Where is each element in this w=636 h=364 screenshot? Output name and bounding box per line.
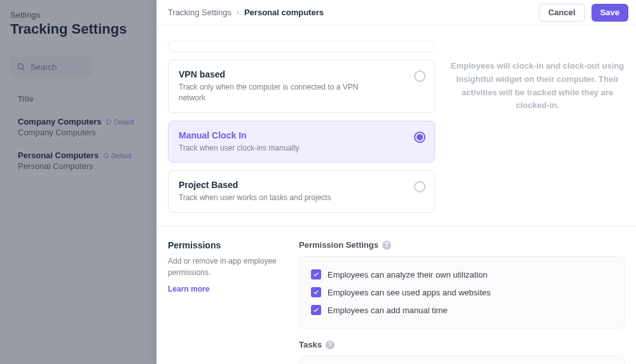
option-manual-clock-in[interactable]: Manual Clock In Track when user clock-in… <box>168 121 435 163</box>
breadcrumb-root[interactable]: Tracking Settings <box>168 8 232 17</box>
option-info-text: Employees will clock-in and clock-out us… <box>450 25 625 220</box>
permissions-heading: Permissions <box>168 240 281 250</box>
help-icon[interactable]: ? <box>382 241 391 250</box>
learn-more-link[interactable]: Learn more <box>168 285 209 293</box>
tasks-heading: Tasks ? <box>299 340 625 349</box>
cancel-button[interactable]: Cancel <box>539 4 585 22</box>
permissions-desc: Add or remove in-app employee permission… <box>168 255 281 278</box>
option-card-cutoff[interactable] <box>168 41 435 52</box>
perm-add-manual-time[interactable]: Employees can add manual time <box>311 301 612 319</box>
permission-settings-heading: Permission Settings ? <box>299 240 625 250</box>
breadcrumb: Tracking Settings Personal computers <box>168 8 324 17</box>
option-project-based[interactable]: Project Based Track when user works on t… <box>168 170 435 213</box>
option-desc: Track only when the computer is connecte… <box>179 82 370 104</box>
option-desc: Track when user clock-ins manually <box>179 143 370 154</box>
radio-icon[interactable] <box>414 181 425 192</box>
perm-analyze-utilization[interactable]: Employees can analyze their own utilizat… <box>311 266 612 283</box>
breadcrumb-leaf: Personal computers <box>244 8 324 17</box>
save-button[interactable]: Save <box>591 4 628 22</box>
side-panel: Tracking Settings Personal computers Can… <box>156 0 636 364</box>
perm-label: Employees can see used apps and websites <box>328 288 491 297</box>
radio-icon[interactable] <box>414 71 425 82</box>
option-title: Manual Clock In <box>179 130 424 140</box>
perm-label: Employees can add manual time <box>328 306 448 315</box>
tasks-box: Track time on tasks Allow employees to a… <box>299 356 625 364</box>
radio-icon[interactable] <box>414 131 425 143</box>
chevron-right-icon <box>235 10 240 15</box>
checkbox-icon <box>311 287 321 297</box>
tracking-options: VPN based Track only when the computer i… <box>168 25 435 220</box>
perm-label: Employees can analyze their own utilizat… <box>328 270 487 280</box>
permission-settings-label: Permission Settings <box>299 240 378 250</box>
checkbox-icon <box>311 269 321 280</box>
panel-body: VPN based Track only when the computer i… <box>156 25 636 364</box>
perm-see-apps-websites[interactable]: Employees can see used apps and websites <box>311 283 612 301</box>
permissions-section: Permissions Add or remove in-app employe… <box>156 226 636 364</box>
checkbox-icon <box>311 305 321 315</box>
help-icon[interactable]: ? <box>326 340 335 349</box>
panel-header: Tracking Settings Personal computers Can… <box>156 0 636 25</box>
permission-settings-box: Employees can analyze their own utilizat… <box>299 256 625 328</box>
option-title: Project Based <box>179 180 424 190</box>
option-vpn-based[interactable]: VPN based Track only when the computer i… <box>168 60 435 113</box>
tasks-label: Tasks <box>299 340 322 349</box>
option-desc: Track when user works on tasks and proje… <box>179 192 370 203</box>
option-title: VPN based <box>179 69 424 79</box>
